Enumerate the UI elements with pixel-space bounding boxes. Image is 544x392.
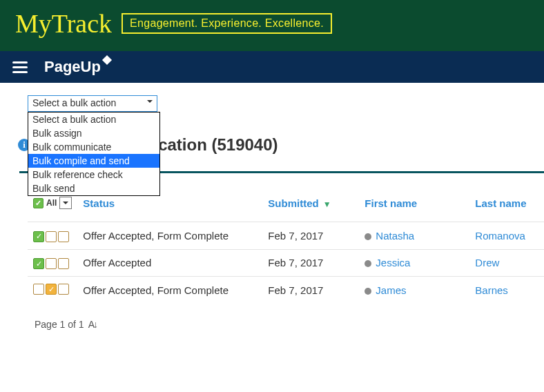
select-all-checkbox[interactable]: ✓ — [33, 198, 43, 208]
last-name-link[interactable]: Barnes — [475, 284, 508, 296]
cell-status: Offer Accepted — [77, 249, 262, 277]
row-check-set: ✓ — [33, 231, 69, 242]
row-check-set: ✓ — [33, 258, 69, 269]
pageup-logo[interactable]: PageUp — [44, 58, 110, 76]
select-all-label: All — [46, 198, 57, 208]
amber-checkbox[interactable]: ✓ — [46, 284, 57, 295]
cell-submitted: Feb 7, 2017 — [262, 277, 359, 304]
table-row: ✓Offer Accepted, Form CompleteFeb 7, 201… — [28, 277, 544, 304]
sort-desc-icon: ▼ — [323, 199, 331, 209]
pager: Page 1 of 1 A↓ — [28, 304, 544, 330]
pager-text: Page 1 of 1 — [35, 319, 84, 330]
last-name-link[interactable]: Romanova — [475, 230, 525, 242]
cell-last-name: Drew — [469, 249, 544, 277]
bulk-action-option[interactable]: Bulk reference check — [28, 168, 159, 182]
cell-status: Offer Accepted, Form Complete — [77, 222, 262, 250]
plain-checkbox[interactable] — [33, 284, 44, 295]
column-last-name[interactable]: Last name — [469, 190, 544, 222]
column-first-name[interactable]: First name — [359, 190, 469, 222]
app-navbar: PageUp — [0, 51, 544, 83]
brand-name: MyTrack — [15, 8, 112, 39]
bulk-action-option[interactable]: Select a bulk action — [28, 112, 159, 126]
green-checkbox[interactable]: ✓ — [33, 258, 44, 269]
status-dot-icon — [365, 233, 371, 240]
status-dot-icon — [365, 260, 371, 267]
main-content: Select a bulk action Select a bulk actio… — [0, 83, 544, 335]
bulk-action-option[interactable]: Bulk compile and send — [28, 154, 159, 168]
cell-last-name: Romanova — [469, 222, 544, 250]
plain-checkbox[interactable] — [46, 258, 57, 269]
select-all-menu[interactable] — [59, 197, 72, 209]
bulk-action-option[interactable]: Bulk assign — [28, 126, 159, 140]
row-check-set: ✓ — [33, 284, 69, 295]
tagline-text: Engagement. Experience. Excellence. — [130, 17, 324, 29]
table-row: ✓Offer Accepted, Form CompleteFeb 7, 201… — [28, 222, 544, 250]
bulk-action-wrapper: Select a bulk action Select a bulk actio… — [28, 95, 157, 112]
green-checkbox[interactable]: ✓ — [33, 231, 44, 242]
bulk-action-selected: Select a bulk action — [32, 97, 116, 108]
tagline-box: Engagement. Experience. Excellence. — [122, 13, 332, 34]
table-row: ✓Offer AcceptedFeb 7, 2017JessicaDrew — [28, 249, 544, 277]
brand-header: MyTrack Engagement. Experience. Excellen… — [0, 0, 544, 51]
diamond-icon — [102, 55, 112, 65]
plain-checkbox[interactable] — [46, 231, 57, 242]
plain-checkbox[interactable] — [58, 258, 69, 269]
cell-last-name: Barnes — [469, 277, 544, 304]
column-submitted[interactable]: Submitted ▼ — [262, 190, 359, 222]
first-name-link[interactable]: Jessica — [376, 257, 410, 268]
cell-first-name: Jessica — [359, 249, 469, 277]
bulk-action-select[interactable]: Select a bulk action — [28, 95, 157, 112]
applications-table: ✓ All Status Submitted ▼ First name Last… — [28, 190, 544, 304]
menu-icon[interactable] — [12, 61, 28, 73]
pageup-logo-text: PageUp — [44, 58, 101, 76]
sort-toggle-icon[interactable]: A↓ — [88, 319, 97, 330]
plain-checkbox[interactable] — [58, 231, 69, 242]
plain-checkbox[interactable] — [58, 284, 69, 295]
bulk-action-dropdown: Select a bulk actionBulk assignBulk comm… — [28, 112, 160, 196]
cell-first-name: James — [359, 277, 469, 304]
last-name-link[interactable]: Drew — [475, 257, 499, 268]
bulk-action-option[interactable]: Bulk send — [28, 182, 159, 195]
status-dot-icon — [365, 288, 371, 295]
cell-status: Offer Accepted, Form Complete — [77, 277, 262, 304]
cell-first-name: Natasha — [359, 222, 469, 250]
first-name-link[interactable]: James — [376, 284, 406, 296]
cell-submitted: Feb 7, 2017 — [262, 249, 359, 277]
first-name-link[interactable]: Natasha — [376, 230, 414, 242]
bulk-action-option[interactable]: Bulk communicate — [28, 140, 159, 154]
cell-submitted: Feb 7, 2017 — [262, 222, 359, 250]
